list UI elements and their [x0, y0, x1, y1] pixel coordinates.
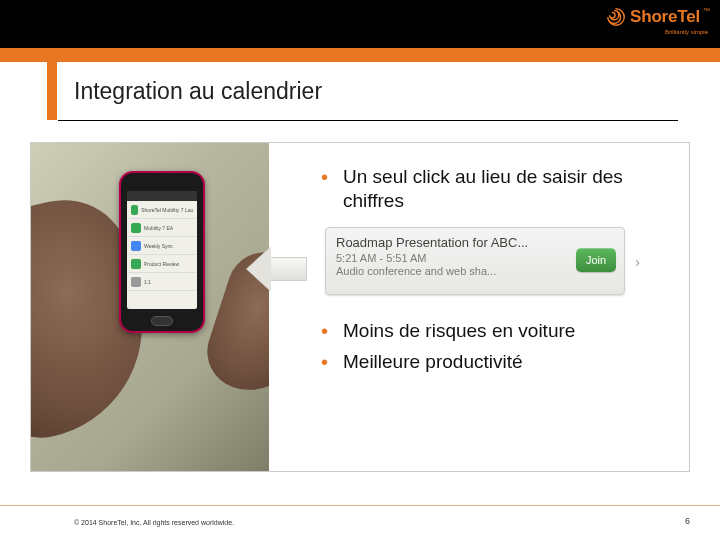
brand-name: ShoreTel [630, 7, 700, 27]
chevron-right-icon: › [635, 254, 640, 270]
page-number: 6 [685, 516, 690, 526]
footer-divider [0, 505, 720, 506]
calendar-event-card: Roadmap Presentation for ABC... 5:21 AM … [325, 227, 625, 295]
join-button[interactable]: Join [576, 248, 616, 272]
bullet-item: Un seul click au lieu de saisir des chif… [319, 165, 671, 213]
accent-bar [0, 48, 720, 62]
slide-title: Integration au calendrier [74, 78, 322, 105]
bullet-item: Moins de risques en voiture [319, 319, 671, 343]
spiral-icon [605, 6, 627, 28]
bullet-list-bottom: Moins de risques en voiture Meilleure pr… [319, 319, 671, 375]
event-time: 5:21 AM - 5:51 AM [336, 252, 614, 264]
phone-image: ShoreTel Mobility 7 Launch Plan Mobility… [31, 143, 269, 471]
arrow-left-icon [247, 247, 307, 291]
bullet-item: Meilleure productivité [319, 350, 671, 374]
title-underline [58, 120, 678, 121]
slide: ShoreTel ™ Brilliantly simple Integratio… [0, 0, 720, 540]
copyright-text: © 2014 ShoreTel, Inc. All rights reserve… [74, 519, 234, 526]
text-column: Un seul click au lieu de saisir des chif… [269, 143, 689, 471]
brand-logo: ShoreTel ™ Brilliantly simple [605, 6, 710, 42]
content-frame: ShoreTel Mobility 7 Launch Plan Mobility… [30, 142, 690, 472]
bullet-list-top: Un seul click au lieu de saisir des chif… [319, 165, 671, 213]
event-subtitle: Audio conference and web sha... [336, 265, 614, 277]
trademark-icon: ™ [703, 7, 710, 14]
title-tab-accent [47, 62, 57, 120]
event-title: Roadmap Presentation for ABC... [336, 235, 614, 250]
phone-home-button [151, 316, 173, 326]
phone-graphic: ShoreTel Mobility 7 Launch Plan Mobility… [119, 171, 205, 333]
phone-screen: ShoreTel Mobility 7 Launch Plan Mobility… [127, 191, 197, 309]
brand-tagline: Brilliantly simple [665, 29, 710, 35]
